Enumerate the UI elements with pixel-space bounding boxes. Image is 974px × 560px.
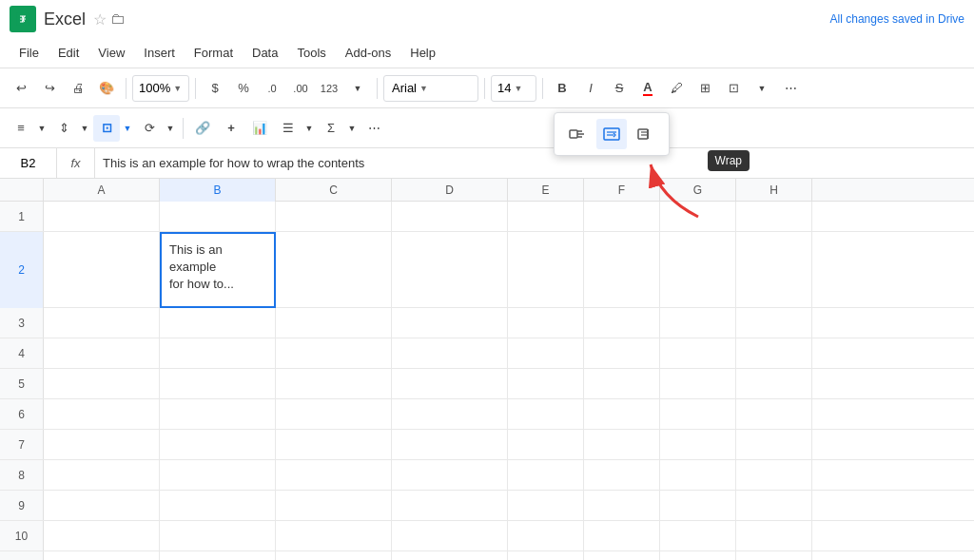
title-folder-icon[interactable]: 🗀 xyxy=(110,10,126,28)
cell-a10[interactable] xyxy=(44,521,160,550)
valign-button[interactable]: ⇕ xyxy=(50,115,77,142)
undo-button[interactable]: ↩ xyxy=(8,75,34,102)
wrap-button[interactable]: ⊡ xyxy=(93,115,120,142)
cell-g11[interactable] xyxy=(660,551,736,560)
title-star-icon[interactable]: ☆ xyxy=(93,10,107,29)
cell-e10[interactable] xyxy=(508,521,584,550)
cell-e7[interactable] xyxy=(508,430,584,459)
menu-file[interactable]: File xyxy=(10,42,49,64)
insert-chart-button[interactable]: 📊 xyxy=(246,115,273,142)
cell-f9[interactable] xyxy=(584,491,660,520)
cell-e3[interactable] xyxy=(508,308,584,338)
insert-link-button[interactable]: 🔗 xyxy=(189,115,216,142)
menu-view[interactable]: View xyxy=(88,42,134,64)
cell-a2[interactable] xyxy=(44,232,160,308)
font-size-selector[interactable]: 14 ▼ xyxy=(491,75,536,102)
align-left-chevron[interactable]: ▼ xyxy=(35,115,49,142)
wrap-wrap-button[interactable] xyxy=(596,119,627,149)
cell-f6[interactable] xyxy=(584,399,660,429)
formula-input[interactable]: This is an example for how to wrap the c… xyxy=(95,156,974,170)
cell-g10[interactable] xyxy=(660,521,736,550)
cell-c8[interactable] xyxy=(276,460,392,490)
cell-f2[interactable] xyxy=(584,232,660,308)
col-header-d[interactable]: D xyxy=(392,179,508,202)
cell-f4[interactable] xyxy=(584,338,660,368)
cell-d5[interactable] xyxy=(392,369,508,398)
col-header-g[interactable]: G xyxy=(660,179,736,202)
cell-c2[interactable] xyxy=(276,232,392,308)
cell-g9[interactable] xyxy=(660,491,736,520)
cell-f1[interactable] xyxy=(584,202,660,231)
cell-d8[interactable] xyxy=(392,460,508,490)
cell-h2[interactable] xyxy=(736,232,812,308)
cell-d11[interactable] xyxy=(392,551,508,560)
zoom-selector[interactable]: 100% ▼ xyxy=(132,75,189,102)
cell-h11[interactable] xyxy=(736,551,812,560)
cell-b4[interactable] xyxy=(160,338,276,368)
cell-f11[interactable] xyxy=(584,551,660,560)
menu-insert[interactable]: Insert xyxy=(134,42,185,64)
cell-d3[interactable] xyxy=(392,308,508,338)
cell-c4[interactable] xyxy=(276,338,392,368)
cell-b1[interactable] xyxy=(160,202,276,231)
col-header-h[interactable]: H xyxy=(736,179,812,202)
italic-button[interactable]: I xyxy=(577,75,604,102)
cell-d10[interactable] xyxy=(392,521,508,550)
menu-addons[interactable]: Add-ons xyxy=(336,42,400,64)
cell-e11[interactable] xyxy=(508,551,584,560)
cell-d2[interactable] xyxy=(392,232,508,308)
cell-f7[interactable] xyxy=(584,430,660,459)
cell-a9[interactable] xyxy=(44,491,160,520)
menu-data[interactable]: Data xyxy=(243,42,287,64)
cell-c1[interactable] xyxy=(276,202,392,231)
cell-a7[interactable] xyxy=(44,430,160,459)
insert-comment-button[interactable]: + xyxy=(218,115,244,142)
cell-g1[interactable] xyxy=(660,202,736,231)
cell-a3[interactable] xyxy=(44,308,160,338)
cell-e4[interactable] xyxy=(508,338,584,368)
rotate-chevron[interactable]: ▼ xyxy=(164,115,177,142)
cell-e6[interactable] xyxy=(508,399,584,429)
cell-g4[interactable] xyxy=(660,338,736,368)
cell-c6[interactable] xyxy=(276,399,392,429)
cell-f5[interactable] xyxy=(584,369,660,398)
cell-g7[interactable] xyxy=(660,430,736,459)
cell-c3[interactable] xyxy=(276,308,392,338)
col-header-f[interactable]: F xyxy=(584,179,660,202)
font-color-button[interactable]: A xyxy=(634,75,661,102)
menu-help[interactable]: Help xyxy=(400,42,445,64)
cell-d4[interactable] xyxy=(392,338,508,368)
cell-d6[interactable] xyxy=(392,399,508,429)
col-header-e[interactable]: E xyxy=(508,179,584,202)
wrap-overflow-button[interactable] xyxy=(562,119,593,149)
cell-b11[interactable] xyxy=(160,551,276,560)
currency-button[interactable]: $ xyxy=(202,75,228,102)
cell-b6[interactable] xyxy=(160,399,276,429)
font-selector[interactable]: Arial ▼ xyxy=(383,75,478,102)
cell-g2[interactable] xyxy=(660,232,736,308)
valign-chevron[interactable]: ▼ xyxy=(78,115,91,142)
cell-d9[interactable] xyxy=(392,491,508,520)
menu-format[interactable]: Format xyxy=(185,42,243,64)
cell-h8[interactable] xyxy=(736,460,812,490)
merge-chevron[interactable]: ▼ xyxy=(749,75,775,102)
cell-a5[interactable] xyxy=(44,369,160,398)
print-button[interactable]: 🖨 xyxy=(65,75,91,102)
col-header-c[interactable]: C xyxy=(276,179,392,202)
menu-edit[interactable]: Edit xyxy=(49,42,88,64)
cell-b10[interactable] xyxy=(160,521,276,550)
cell-h5[interactable] xyxy=(736,369,812,398)
cell-h10[interactable] xyxy=(736,521,812,550)
cell-a8[interactable] xyxy=(44,460,160,490)
format123-chevron[interactable]: ▼ xyxy=(344,75,371,102)
cell-g8[interactable] xyxy=(660,460,736,490)
cell-a6[interactable] xyxy=(44,399,160,429)
cell-b5[interactable] xyxy=(160,369,276,398)
cell-e8[interactable] xyxy=(508,460,584,490)
bold-button[interactable]: B xyxy=(549,75,575,102)
cell-c10[interactable] xyxy=(276,521,392,550)
cell-c7[interactable] xyxy=(276,430,392,459)
cell-h3[interactable] xyxy=(736,308,812,338)
cell-c11[interactable] xyxy=(276,551,392,560)
decimal-inc-button[interactable]: .00 xyxy=(287,75,314,102)
